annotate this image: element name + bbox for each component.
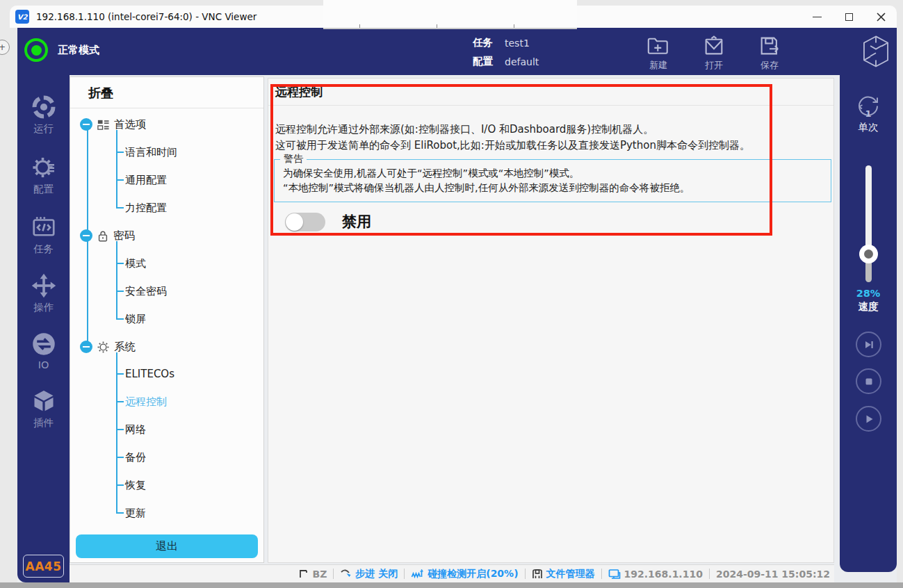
tree-item-mode[interactable]: 模式	[116, 255, 146, 272]
new-folder-icon	[646, 35, 670, 57]
speed-slider-thumb[interactable]	[859, 245, 878, 263]
stop-button[interactable]	[856, 368, 881, 394]
open-label: 打开	[705, 59, 723, 72]
toggle-knob[interactable]	[286, 213, 303, 231]
exit-button[interactable]: 退出	[76, 534, 258, 558]
tree-item-update[interactable]: 更新	[116, 505, 146, 521]
vnc-viewer-logo: V2	[15, 10, 29, 24]
window-title: 192.168.1.110 (intel-corei7-64:0) - VNC …	[36, 11, 257, 22]
speed-slider-track[interactable]	[865, 165, 872, 282]
single-cycle-label: 单次	[840, 121, 897, 134]
sidebar-item-label: 任务	[33, 243, 54, 256]
tree-item-network[interactable]: 网络	[116, 421, 146, 438]
stop-icon	[863, 375, 875, 388]
sidebar-item-run[interactable]: 运行	[17, 95, 70, 136]
separator	[601, 569, 602, 579]
maximize-button[interactable]	[833, 6, 865, 28]
datetime-display: 2024-09-11 15:05:12	[716, 569, 830, 580]
new-label: 新建	[649, 59, 667, 72]
bz-status[interactable]: BZ	[299, 569, 327, 580]
new-task-button[interactable]: 新建	[637, 35, 679, 72]
minimize-button[interactable]	[801, 6, 833, 28]
warning-legend: 警告	[280, 153, 307, 165]
divider	[268, 105, 833, 106]
monitor-icon	[608, 569, 621, 580]
open-envelope-icon	[702, 35, 726, 57]
sidebar-item-label: 运行	[33, 122, 54, 136]
tree-branch-line	[116, 241, 117, 319]
collapse-minus-icon[interactable]	[80, 341, 92, 353]
close-button[interactable]	[865, 6, 897, 28]
right-control-sidebar: 1 单次 28% 速度	[840, 75, 897, 572]
sidebar-item-task[interactable]: 任务	[17, 215, 70, 256]
speed-label: 速度	[840, 300, 897, 313]
background-dropdown-fragment	[323, 0, 577, 29]
operate-move-icon	[31, 273, 56, 298]
tree-item-remote-control[interactable]: 远程控制	[116, 393, 167, 410]
tree-group-label: 密码	[113, 229, 135, 243]
minimize-icon	[813, 17, 822, 17]
tree-item-lock-screen[interactable]: 锁屏	[116, 311, 146, 327]
collision-detect-status[interactable]: 碰撞检测开启(20%)	[411, 568, 518, 580]
description-text: 远程控制允许通过外部来源(如:控制器接口、I/O 和Dashboard服务)控制…	[275, 122, 750, 154]
sidebar-item-io[interactable]: IO	[17, 332, 70, 370]
play-icon	[863, 413, 875, 425]
toggle-state-label: 禁用	[342, 212, 371, 231]
connection-ip: 192.168.1.110	[608, 569, 703, 580]
collapse-minus-icon[interactable]	[80, 229, 92, 242]
sidebar-item-label: 操作	[33, 301, 54, 314]
maximize-icon	[845, 13, 853, 21]
task-value: test1	[505, 38, 530, 49]
step-mode-status[interactable]: 步进 关闭	[340, 568, 398, 580]
save-label: 保存	[760, 59, 779, 72]
step-forward-button[interactable]	[856, 332, 881, 357]
tree-group-preferences[interactable]: 首选项	[80, 116, 147, 133]
tree-item-elitecos[interactable]: ELITECOs	[116, 366, 174, 382]
play-button[interactable]	[856, 406, 881, 432]
tree-group-password[interactable]: 密码	[80, 227, 135, 244]
tree-item-safety-password[interactable]: 安全密码	[116, 283, 167, 300]
brand-button[interactable]	[860, 34, 892, 69]
save-task-button[interactable]: 保存	[749, 35, 790, 72]
save-floppy-icon	[758, 35, 781, 57]
separator	[709, 569, 710, 579]
separator	[333, 569, 334, 579]
settings-tree-panel: 折叠 首选项 语言和时间 通用配置 力控配置 密码 模式 安全密码 锁屏	[70, 76, 264, 563]
open-task-button[interactable]: 打开	[693, 35, 735, 72]
tree-item-restore[interactable]: 恢复	[116, 477, 146, 493]
sidebar-item-plugin[interactable]: 插件	[17, 389, 70, 430]
tree-group-system[interactable]: 系统	[80, 338, 136, 355]
io-arrows-icon	[31, 332, 56, 357]
remote-control-panel: 远程控制 远程控制允许通过外部来源(如:控制器接口、I/O 和Dashboard…	[268, 78, 834, 563]
task-label: 任务	[473, 36, 505, 49]
plugin-cube-icon	[31, 389, 56, 414]
divider	[70, 108, 263, 108]
status-bar: BZ 步进 关闭 碰撞检测开启(20%) 文件管理器 192.168.1.110…	[70, 564, 834, 582]
task-config-meta: 任务 test1 配置 default	[473, 33, 539, 71]
tree-item-language-time[interactable]: 语言和时间	[116, 144, 177, 161]
page-title: 远程控制	[275, 84, 323, 100]
collapse-header[interactable]: 折叠	[88, 85, 113, 101]
robot-status[interactable]: 正常模式	[24, 38, 99, 62]
file-manager-icon	[532, 569, 543, 580]
speed-percent: 28%	[840, 288, 897, 299]
file-manager-button[interactable]: 文件管理器	[532, 568, 595, 580]
sidebar-item-label: 配置	[33, 183, 54, 196]
tree-group-label: 首选项	[114, 117, 147, 132]
desktop-taskbar-strip	[0, 582, 903, 588]
tree-item-general-config[interactable]: 通用配置	[116, 172, 167, 188]
tree-group-label: 系统	[114, 340, 136, 354]
config-gear-icon	[31, 155, 56, 180]
step-arrow-icon	[340, 569, 352, 579]
single-cycle-button[interactable]: 1	[855, 92, 881, 118]
sidebar-item-label: IO	[38, 359, 49, 370]
tree-item-backup[interactable]: 备份	[116, 449, 146, 466]
remote-control-toggle[interactable]	[285, 213, 325, 231]
separator	[525, 569, 526, 579]
tree-branch-line	[116, 130, 117, 208]
robot-model-badge: AA45	[23, 555, 64, 578]
sidebar-item-config[interactable]: 配置	[17, 155, 70, 196]
tree-item-force-config[interactable]: 力控配置	[116, 199, 167, 216]
sidebar-item-operate[interactable]: 操作	[17, 273, 70, 314]
collapse-minus-icon[interactable]	[80, 118, 92, 131]
